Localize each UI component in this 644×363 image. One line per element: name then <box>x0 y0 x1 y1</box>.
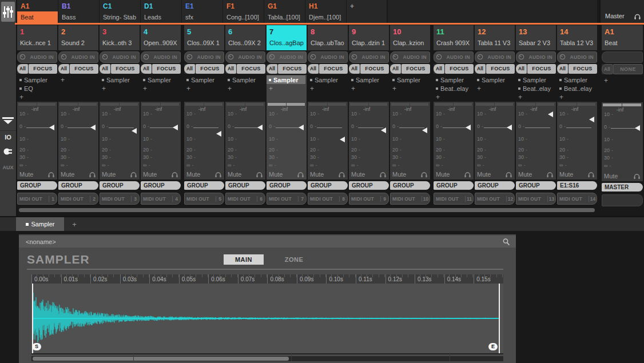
focus-button[interactable]: NONE <box>613 64 643 74</box>
plugin-slot[interactable]: Sampler <box>141 75 181 84</box>
fader-handle[interactable] <box>340 137 345 142</box>
group-button[interactable]: GROUP <box>267 181 307 190</box>
tab-sampler[interactable]: Sampler <box>16 217 64 231</box>
focus-button[interactable]: FOCUS <box>445 64 474 74</box>
group-tab-F1[interactable]: F1 Cong..[100] <box>223 0 264 23</box>
group-tab-C1[interactable]: C1 String- Stab <box>100 0 140 23</box>
fader-handle[interactable] <box>132 128 137 134</box>
group-button[interactable]: GROUP <box>308 181 348 190</box>
plugin-slot[interactable]: Sampler <box>267 75 305 84</box>
midi-out-button[interactable]: MIDI OUT 14 <box>557 193 597 205</box>
fader-handle[interactable] <box>216 131 221 137</box>
focus-button[interactable]: FOCUS <box>111 64 140 74</box>
fader-handle[interactable] <box>381 127 386 133</box>
channel-header[interactable]: 8 Clap..ubTao <box>308 25 348 50</box>
fader-handle[interactable] <box>466 125 471 130</box>
all-button[interactable]: All <box>100 64 110 74</box>
focus-button[interactable]: FOCUS <box>401 64 430 74</box>
fader-handle[interactable] <box>49 125 54 130</box>
midi-out-button[interactable]: MIDI OUT 2 <box>58 193 98 205</box>
sample-start-line[interactable] <box>32 284 33 353</box>
master-tab[interactable]: Master <box>599 0 644 23</box>
mute-button[interactable]: Mute <box>310 171 324 178</box>
all-button[interactable]: All <box>349 64 360 74</box>
search-icon[interactable] <box>502 238 510 246</box>
focus-button[interactable]: FOCUS <box>278 64 307 74</box>
sample-end-line[interactable] <box>499 284 500 353</box>
mute-button[interactable]: Mute <box>269 171 283 178</box>
channel-header[interactable]: 5 Clos..09X 1 <box>184 25 224 50</box>
midi-out-button[interactable]: MIDI OUT 10 <box>390 193 430 205</box>
add-plugin-slot[interactable]: + <box>557 93 597 101</box>
master-button[interactable]: MASTER <box>602 183 643 192</box>
focus-button[interactable]: FOCUS <box>486 64 515 74</box>
all-button[interactable]: All <box>141 64 152 74</box>
add-plugin-slot[interactable]: + <box>349 84 389 93</box>
plug-toggle[interactable] <box>0 147 16 155</box>
headphone-icon[interactable] <box>633 173 641 179</box>
tab-main[interactable]: MAIN <box>224 254 264 265</box>
audio-in-button[interactable]: AUDIO IN <box>184 51 224 63</box>
channel-header[interactable]: 4 Open..909X <box>141 25 181 50</box>
fader-handle[interactable] <box>422 127 427 133</box>
group-button[interactable]: GROUP <box>390 181 430 190</box>
sample-name-field[interactable]: <noname> <box>19 238 502 245</box>
group-button[interactable]: GROUP <box>225 181 265 190</box>
mute-button[interactable]: Mute <box>228 171 241 178</box>
group-tab-A1[interactable]: A1 Beat <box>17 0 58 23</box>
headphone-icon[interactable] <box>130 171 137 178</box>
mute-button[interactable]: Mute <box>477 171 491 178</box>
all-button[interactable]: All <box>184 64 195 74</box>
midi-out-button[interactable]: MIDI OUT 6 <box>225 193 265 205</box>
headphone-icon[interactable] <box>89 171 96 178</box>
headphone-icon[interactable] <box>546 171 554 178</box>
focus-button[interactable]: FOCUS <box>319 64 348 74</box>
add-plugin-slot[interactable]: + <box>17 93 57 101</box>
channel-header[interactable]: 14 Tabla 12 V3 <box>557 25 597 50</box>
add-plugin-slot[interactable]: + <box>516 93 556 101</box>
channel-header[interactable]: 12 Tabla 11 V3 <box>475 25 515 50</box>
plugin-slot[interactable]: Sampler <box>390 75 430 84</box>
audio-in-button[interactable]: AUDIO IN <box>100 51 140 63</box>
plugin-slot[interactable]: Beat..elay <box>557 84 597 93</box>
channel-header[interactable]: 13 Sabar 2 V3 <box>516 25 556 50</box>
add-plugin-slot[interactable]: + <box>225 84 265 93</box>
audio-in-button[interactable]: AUDIO IN <box>557 51 597 63</box>
plugin-slot[interactable]: EQ <box>17 84 57 93</box>
tab-zone[interactable]: ZONE <box>274 254 314 265</box>
midi-out-button[interactable]: MIDI OUT 1 <box>17 193 57 205</box>
plugin-slot[interactable]: Sampler <box>475 75 515 84</box>
midi-out-button[interactable]: MIDI OUT 13 <box>516 193 556 205</box>
audio-in-button[interactable]: AUDIO IN <box>475 51 515 63</box>
channel-header[interactable]: 3 Kick..oth 3 <box>100 25 140 50</box>
audio-in-button[interactable]: AUDIO IN <box>141 51 181 63</box>
all-button[interactable]: All <box>434 64 444 74</box>
audio-in-button[interactable]: AUDIO IN <box>308 51 348 63</box>
midi-out-button[interactable]: MIDI OUT 11 <box>434 193 474 205</box>
midi-out-button[interactable]: MIDI OUT 8 <box>308 193 348 205</box>
waveform-display[interactable]: S E <box>31 284 503 354</box>
focus-button[interactable]: FOCUS <box>569 64 597 74</box>
mixer-horizontal-scrollbar[interactable] <box>19 208 595 212</box>
add-plugin-tab[interactable]: + <box>69 217 80 231</box>
channel-header[interactable]: 10 Clap..kzion <box>390 25 430 50</box>
group-button[interactable]: GROUP <box>58 181 98 190</box>
audio-in-button[interactable]: AUDIO IN <box>58 51 98 63</box>
plugin-slot[interactable]: Beat..elay <box>434 84 474 93</box>
fader-handle[interactable] <box>635 125 640 131</box>
headphone-icon[interactable] <box>634 13 641 20</box>
all-button[interactable]: All <box>308 64 319 74</box>
midi-out-button[interactable]: MIDI OUT 3 <box>100 193 140 205</box>
plugin-slot[interactable]: Sampler <box>349 75 389 84</box>
headphone-icon[interactable] <box>47 171 55 178</box>
midi-out-button[interactable]: MIDI OUT 12 <box>475 193 515 205</box>
plugin-slot[interactable]: Sampler <box>557 75 597 84</box>
add-plugin-slot[interactable]: + <box>184 84 224 93</box>
plugin-slot[interactable]: Sampler <box>516 75 556 84</box>
fader-handle[interactable] <box>299 125 304 130</box>
mute-button[interactable]: Mute <box>19 171 33 178</box>
group-tab-B1[interactable]: B1 Bass <box>58 0 99 23</box>
headphone-icon[interactable] <box>420 171 428 178</box>
group-button[interactable]: GROUP <box>184 181 224 190</box>
plugin-slot[interactable]: Sampler <box>308 75 348 84</box>
